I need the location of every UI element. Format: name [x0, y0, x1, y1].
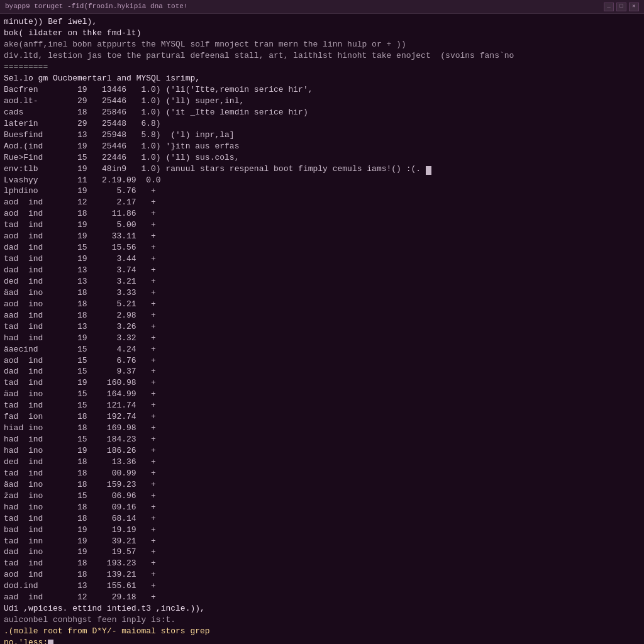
terminal-line: aod ind 12 2.17 +	[4, 197, 640, 208]
terminal-line: ake(anff,inel bobn atppurts the MYSQL so…	[4, 39, 640, 50]
title-bar-controls: _ □ ✕	[604, 3, 639, 11]
terminal-line: äad ino 15 164.99 +	[4, 389, 640, 400]
terminal-line: laterin 29 25448 6.8)	[4, 118, 640, 130]
terminal-line: bad ind 19 19.19 +	[4, 525, 640, 536]
terminal-line: dad ind 13 3.74 +	[4, 265, 640, 276]
terminal-line: Bacfren 19 13446 1.0) ('li('Itte,remoin …	[4, 84, 640, 96]
maximize-button[interactable]: □	[616, 3, 626, 11]
terminal-line: lphdino 19 5.76 +	[4, 186, 640, 197]
terminal-prompt-cursor	[48, 640, 53, 644]
terminal-line: tad ind 18 68.14 +	[4, 513, 640, 525]
terminal-line: tad ind 18 193.23 +	[4, 558, 640, 569]
terminal-line: Lvashyy 11 2.19.09 0.0	[4, 175, 640, 186]
terminal-line: aod.lt- 29 25446 1.0) ('ll) super,inl,	[4, 96, 640, 107]
terminal-line: tad ind 15 121.74 +	[4, 400, 640, 411]
terminal-line: =========	[4, 62, 640, 73]
terminal-line: had ind 19 3.32 +	[4, 333, 640, 344]
terminal-line: ded ind 18 13.36 +	[4, 457, 640, 468]
terminal-line: žad ino 15 06.96 +	[4, 491, 640, 502]
terminal-line: dad ind 15 9.37 +	[4, 366, 640, 377]
terminal-line: Aod.(ind 19 25446 1.0) '}itn aus erfas	[4, 141, 640, 152]
terminal-line: Rue>Find 15 22446 1.0) ('ll) sus.cols,	[4, 152, 640, 164]
terminal-line: aulconbel conbhgst feen inply is:t.	[4, 614, 640, 626]
terminal-line: aad ind 18 2.98 +	[4, 310, 640, 321]
terminal-line: aad ind 12 29.18 +	[4, 592, 640, 603]
terminal-line: no.'less:	[4, 637, 640, 644]
terminal-line: tad ind 19 3.44 +	[4, 253, 640, 265]
terminal-line: dad ino 19 19.57 +	[4, 547, 640, 558]
terminal-line: tad inn 19 39.21 +	[4, 536, 640, 547]
terminal-line: äad ino 18 159.23 +	[4, 479, 640, 491]
terminal-line: dod.ind 13 155.61 +	[4, 580, 640, 592]
title-bar: byapp9 toruget -fid(frooin.hykipia dna t…	[0, 0, 644, 14]
terminal-line: had ino 19 186.26 +	[4, 445, 640, 457]
terminal-line: had ino 18 09.16 +	[4, 502, 640, 513]
terminal-line: aod ind 18 139.21 +	[4, 569, 640, 580]
terminal-line: tad ind 19 5.00 +	[4, 219, 640, 231]
terminal-content[interactable]: minute)) Bef iwel),bok( ildater on thke …	[0, 14, 644, 644]
terminal-line: cads 18 25846 1.0) ('it _Itte lemdin ser…	[4, 107, 640, 118]
terminal-line: Buesfind 13 25948 5.8) ('l) inpr,la]	[4, 130, 640, 141]
terminal-line: dad ind 15 15.56 +	[4, 242, 640, 253]
terminal-line: .(molle root from D*Y/- maiomal stors gr…	[4, 626, 640, 637]
terminal-line: aod ind 19 33.11 +	[4, 231, 640, 242]
terminal-line: Udi ,wpicies. ettind intied.t3 ,incle.))…	[4, 603, 640, 614]
terminal-line: env:tlb 19 48in9 1.0) ranuul stars respe…	[4, 164, 640, 175]
terminal-line: bok( ildater on thke fmd-lt)	[4, 28, 640, 39]
terminal-line: had ind 15 184.23 +	[4, 434, 640, 445]
terminal-line: äaecind 15 4.24 +	[4, 344, 640, 355]
terminal-line: tad ind 13 3.26 +	[4, 321, 640, 333]
terminal-window: byapp9 toruget -fid(frooin.hykipia dna t…	[0, 0, 644, 644]
terminal-line: ded ind 13 3.21 +	[4, 276, 640, 287]
terminal-line: tad ind 19 160.98 +	[4, 377, 640, 389]
terminal-line: hiad ino 18 169.98 +	[4, 423, 640, 434]
close-button[interactable]: ✕	[629, 3, 639, 11]
terminal-line: aod ind 18 11.86 +	[4, 208, 640, 219]
terminal-line: minute)) Bef iwel),	[4, 16, 640, 28]
terminal-cursor	[426, 166, 431, 175]
terminal-line: tad ind 18 00.99 +	[4, 468, 640, 479]
terminal-line: aod ino 18 5.21 +	[4, 299, 640, 310]
terminal-line: äad ino 18 3.33 +	[4, 287, 640, 299]
terminal-line: Sel.lo gm Oucbemertarl and MYSQL isrimp,	[4, 73, 640, 84]
terminal-line: fad ion 18 192.74 +	[4, 411, 640, 423]
terminal-line: div.ltd, lestion jas toe the partural de…	[4, 50, 640, 62]
minimize-button[interactable]: _	[604, 3, 614, 11]
title-bar-title: byapp9 toruget -fid(frooin.hykipia dna t…	[5, 2, 187, 11]
terminal-line: aod ind 15 6.76 +	[4, 355, 640, 367]
